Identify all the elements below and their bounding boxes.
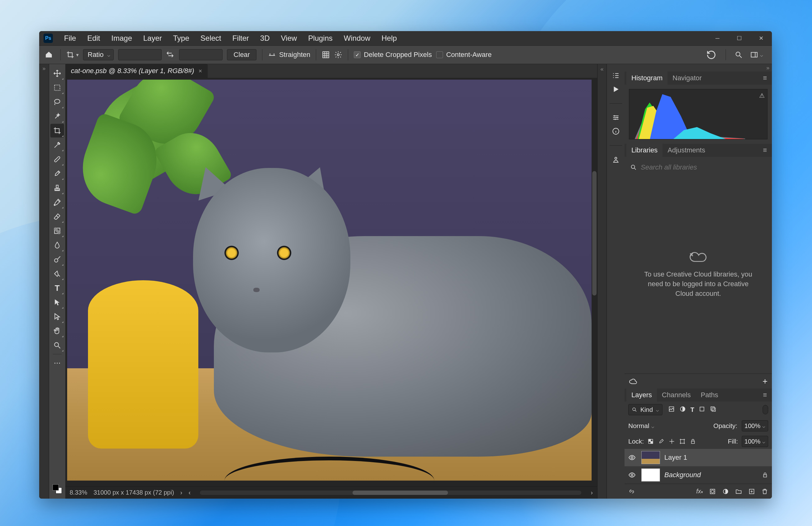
lock-artboard-icon[interactable] (679, 438, 685, 444)
scroll-right-icon[interactable]: › (591, 489, 593, 496)
layer-name[interactable]: Background (664, 471, 758, 479)
filter-toggle[interactable] (763, 405, 768, 414)
eyedropper-tool[interactable] (50, 138, 64, 152)
layer-row[interactable]: Layer 1 (625, 449, 772, 466)
canvas-viewport[interactable] (65, 78, 597, 486)
move-tool[interactable] (50, 67, 64, 80)
link-layers-button[interactable] (628, 488, 635, 495)
layer-row[interactable]: Background (625, 466, 772, 484)
panel-menu-icon[interactable]: ≡ (760, 391, 770, 399)
tab-channels[interactable]: Channels (657, 388, 696, 401)
type-tool[interactable]: T (50, 281, 64, 295)
lock-transparency-icon[interactable] (648, 438, 654, 444)
right-collapse-gutter[interactable]: « (597, 64, 607, 499)
quick-select-tool[interactable] (50, 110, 64, 123)
layer-filter-type[interactable]: Kind ⌵ (628, 404, 663, 415)
menu-3d[interactable]: 3D (255, 32, 275, 44)
clear-button[interactable]: Clear (227, 49, 257, 60)
clone-stamp-tool[interactable] (50, 181, 64, 195)
close-tab-icon[interactable]: × (199, 68, 202, 75)
crop-width-input[interactable] (118, 49, 162, 60)
reset-crop-button[interactable] (706, 49, 717, 60)
minimize-button[interactable]: ─ (707, 31, 728, 45)
layer-thumbnail[interactable] (641, 468, 660, 482)
straighten-button[interactable]: Straighten (268, 51, 310, 59)
workspace-switcher[interactable]: ⌵ (750, 51, 763, 59)
menu-file[interactable]: File (58, 32, 82, 44)
filter-type-icon[interactable]: T (691, 406, 694, 414)
maximize-button[interactable]: ☐ (728, 31, 750, 45)
filter-shape-icon[interactable] (698, 406, 705, 414)
new-layer-button[interactable] (748, 488, 755, 495)
blur-tool[interactable] (50, 238, 64, 252)
swap-dimensions-button[interactable] (166, 51, 175, 59)
crop-height-input[interactable] (179, 49, 222, 60)
visibility-toggle[interactable] (628, 454, 637, 461)
cloud-sync-icon[interactable] (629, 377, 637, 385)
menu-select[interactable]: Select (195, 32, 227, 44)
filter-adjustment-icon[interactable] (679, 406, 686, 414)
menu-type[interactable]: Type (168, 32, 195, 44)
pen-tool[interactable] (50, 267, 64, 281)
tab-histogram[interactable]: Histogram (626, 72, 667, 85)
foreground-color-swatch[interactable] (53, 484, 59, 491)
path-select-tool[interactable] (50, 296, 64, 309)
panel-menu-icon[interactable]: ≡ (760, 146, 770, 154)
fill-input[interactable]: 100% ⌵ (742, 436, 768, 447)
tab-paths[interactable]: Paths (696, 388, 723, 401)
layer-name[interactable]: Layer 1 (664, 454, 768, 461)
document-tab[interactable]: cat-one.psb @ 8.33% (Layer 1, RGB/8#) × (65, 64, 208, 78)
crop-settings-button[interactable] (334, 51, 342, 59)
tab-navigator[interactable]: Navigator (667, 72, 707, 85)
marquee-tool[interactable] (50, 81, 64, 95)
direct-select-tool[interactable] (50, 310, 64, 324)
opacity-input[interactable]: 100% ⌵ (742, 420, 768, 431)
menu-view[interactable]: View (275, 32, 303, 44)
history-brush-tool[interactable] (50, 195, 64, 209)
content-aware-checkbox[interactable]: Content-Aware (436, 51, 492, 59)
dock-collapse-handle[interactable]: » (625, 64, 772, 72)
menu-image[interactable]: Image (106, 32, 138, 44)
libraries-search[interactable] (630, 161, 766, 174)
eraser-tool[interactable] (50, 210, 64, 223)
adjustment-layer-button[interactable] (722, 488, 729, 495)
visibility-toggle[interactable] (628, 471, 637, 479)
add-to-library-button[interactable]: + (763, 376, 768, 386)
color-swatches[interactable] (53, 484, 62, 496)
hand-tool[interactable] (50, 324, 64, 338)
menu-layer[interactable]: Layer (138, 32, 168, 44)
scroll-left-icon[interactable]: ‹ (188, 489, 191, 496)
delete-cropped-checkbox[interactable]: ✓ Delete Cropped Pixels (354, 51, 432, 59)
warning-icon[interactable]: ⚠ (759, 92, 765, 99)
menu-edit[interactable]: Edit (82, 32, 106, 44)
menu-plugins[interactable]: Plugins (303, 32, 338, 44)
tool-preset[interactable]: ▾ (66, 51, 79, 59)
dodge-tool[interactable] (50, 253, 64, 266)
libraries-search-input[interactable] (641, 163, 766, 171)
aspect-ratio-dropdown[interactable]: Ratio ⌵ (83, 49, 114, 60)
edit-toolbar-button[interactable]: ⋯ (50, 356, 64, 370)
filter-smart-icon[interactable] (710, 406, 716, 414)
home-button[interactable] (43, 49, 55, 61)
zoom-level[interactable]: 8.33% (70, 489, 87, 496)
left-collapse-gutter[interactable]: » (39, 64, 49, 499)
filter-pixel-icon[interactable] (668, 406, 675, 414)
layer-thumbnail[interactable] (641, 451, 660, 464)
tab-layers[interactable]: Layers (626, 388, 657, 401)
blend-mode-dropdown[interactable]: Normal ⌵ (628, 422, 709, 429)
status-disclosure-icon[interactable]: › (180, 489, 183, 496)
crop-tool[interactable] (50, 124, 64, 138)
layer-mask-button[interactable] (709, 488, 716, 495)
layer-fx-button[interactable]: fx▾ (696, 488, 703, 495)
close-button[interactable]: ✕ (750, 31, 772, 45)
panel-menu-icon[interactable]: ≡ (760, 74, 770, 82)
lasso-tool[interactable] (50, 95, 64, 109)
lock-pixels-icon[interactable] (658, 438, 664, 444)
actions-panel-icon[interactable] (612, 72, 620, 80)
delete-layer-button[interactable] (761, 488, 768, 495)
play-action-icon[interactable] (612, 85, 620, 93)
tab-adjustments[interactable]: Adjustments (663, 144, 710, 157)
menu-filter[interactable]: Filter (227, 32, 255, 44)
properties-panel-icon[interactable] (612, 114, 620, 122)
brush-tool[interactable] (50, 167, 64, 181)
